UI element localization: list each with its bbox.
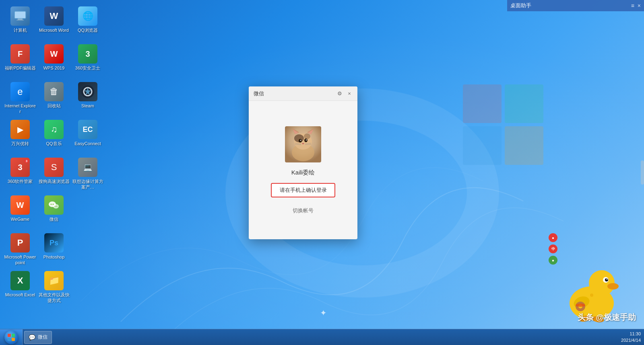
360soft-label: 360软件管家 (8, 179, 33, 184)
green-notification-dot: ● (549, 256, 557, 265)
svg-rect-1 (14, 11, 26, 18)
easyconnect-icon: EC (78, 120, 97, 139)
taskbar-wechat-label: 微信 (38, 334, 47, 341)
cursor-indicator: ✦ (320, 308, 327, 318)
desktop-icon-lianxiang[interactable]: 💻 联想边缘计算方案产… (72, 155, 104, 191)
fuxipdf-icon: F (10, 44, 30, 64)
avatar-image (285, 126, 321, 162)
desktop-icons: 计算机 W Microsoft Word 🌐 QQ浏览器 F 福昕PDF编辑器 … (4, 4, 104, 305)
taskbar: 💬 微信 11:30 2021/4/14 (0, 329, 644, 345)
desktop-icon-folder[interactable]: 📁 其他文件以及快捷方式 (38, 269, 70, 305)
desktop-icon-qqmusic[interactable]: ♫ QQ音乐 (38, 117, 70, 154)
switch-account-btn[interactable]: 切换帐号 (293, 207, 314, 214)
recycle-icon: 🗑 (44, 82, 64, 101)
scroll-indicator[interactable] (641, 160, 644, 185)
wanxin-label: 万兴优转 (11, 141, 29, 146)
wanxin-icon: ▶ (10, 120, 30, 139)
svg-point-19 (300, 140, 301, 141)
svg-point-32 (607, 283, 619, 290)
svg-rect-3 (17, 20, 24, 21)
user-avatar (285, 126, 321, 162)
desktop-icon-easyconnect[interactable]: EC EasyConnect (72, 117, 104, 154)
desktop-icon-qqbrowser[interactable]: 🌐 QQ浏览器 (72, 4, 104, 40)
topbar-menu-btn[interactable]: ≡ (631, 2, 634, 9)
wechat-desktop-icon (44, 195, 64, 215)
svg-point-20 (306, 139, 307, 140)
computer-label: 计算机 (14, 27, 27, 33)
start-button[interactable] (0, 329, 23, 345)
dialog-titlebar: 微信 ⚙ × (249, 86, 357, 101)
qqmusic-label: QQ音乐 (46, 141, 62, 146)
svg-point-42 (590, 294, 593, 297)
msexcel-label: Microsoft Excel (5, 292, 35, 298)
desktop-icon-360safe[interactable]: 3 360安全卫士 (72, 42, 104, 78)
taskbar-clock: 11:30 2021/4/14 (621, 331, 641, 343)
desktop-icon-recycle[interactable]: 🗑 回收站 (38, 80, 70, 116)
svg-point-7 (51, 204, 52, 205)
username-label: Kaili委绘 (291, 169, 315, 177)
msppt-icon: P (10, 233, 30, 253)
desktop-icon-fuxipdf[interactable]: F 福昕PDF编辑器 (4, 42, 36, 78)
red-label-badge: 中 (549, 244, 557, 253)
ie-icon: e (10, 82, 30, 101)
desktop-icon-msexcel[interactable]: X Microsoft Excel (4, 269, 36, 305)
word-label: Microsoft Word (39, 27, 69, 33)
dialog-title: 微信 (254, 90, 264, 97)
taskbar-time: 11:30 (621, 331, 641, 337)
souhu-label: 搜狗高速浏览器 (39, 179, 70, 184)
dialog-close-btn[interactable]: × (346, 90, 353, 97)
desktop-icon-souhu[interactable]: S 搜狗高速浏览器 (38, 155, 70, 191)
desktop-icon-msppt[interactable]: P Microsoft Powerpoint (4, 231, 36, 267)
notification-bubbles: ● 中 ● (549, 233, 557, 265)
desktop-icon-ie[interactable]: e Internet Explorer (4, 80, 36, 116)
wegame-icon: W (10, 195, 30, 215)
svg-point-8 (53, 204, 54, 205)
qqbrowser-icon: 🌐 (78, 6, 97, 26)
topbar-controls: ≡ × (631, 2, 641, 9)
dialog-body: Kaili委绘 请在手机上确认登录 切换帐号 (249, 101, 357, 239)
360safe-label: 360安全卫士 (75, 65, 100, 71)
dialog-controls: ⚙ × (336, 90, 353, 97)
wps-label: WPS 2019 (43, 65, 65, 71)
360safe-icon: 3 (78, 44, 97, 64)
desktop-icon-steam[interactable]: Steam (72, 80, 104, 116)
desktop-icon-word[interactable]: W Microsoft Word (38, 4, 70, 40)
windows-logo (8, 334, 15, 341)
qqbrowser-label: QQ浏览器 (78, 27, 98, 33)
recycle-label: 回收站 (47, 103, 61, 109)
lianxiang-label: 联想边缘计算方案产… (72, 179, 104, 190)
svg-point-9 (53, 204, 59, 209)
fuxipdf-label: 福昕PDF编辑器 (5, 65, 36, 71)
desktop-icon-ps[interactable]: Ps Photoshop (38, 231, 70, 267)
windows-flag-decoration (451, 72, 564, 201)
desktop-icon-wps[interactable]: W WPS 2019 (38, 42, 70, 78)
svg-rect-2 (18, 18, 23, 20)
dialog-settings-btn[interactable]: ⚙ (336, 90, 343, 97)
topbar-close-btn[interactable]: × (638, 2, 641, 9)
topbar-title: 桌面助手 (510, 2, 531, 9)
wegame-label: WeGame (11, 216, 29, 222)
start-orb (4, 331, 18, 344)
wps-icon: W (44, 44, 64, 64)
desktop-icon-wechat[interactable]: 微信 (38, 193, 70, 229)
desktop-icon-360soft[interactable]: 3 3 360软件管家 (4, 155, 36, 191)
svg-point-35 (607, 279, 608, 280)
desktop-icon-wegame[interactable]: W WeGame (4, 193, 36, 229)
wechat-dialog: 微信 ⚙ × (249, 86, 357, 239)
taskbar-items: 💬 微信 (23, 331, 618, 344)
folder-label: 其他文件以及快捷方式 (38, 292, 70, 304)
qqmusic-icon: ♫ (44, 120, 64, 139)
taskbar-wechat-item[interactable]: 💬 微信 (24, 331, 52, 344)
confirm-login-btn[interactable]: 请在手机上确认登录 (271, 183, 335, 197)
svg-point-31 (589, 270, 615, 296)
ps-icon: Ps (44, 233, 64, 253)
taskbar-wechat-icon: 💬 (29, 334, 35, 341)
lianxiang-icon: 💻 (78, 158, 97, 177)
desktop: 桌面助手 ≡ × 计算机 W Microsoft Word 🌐 QQ浏览器 (0, 0, 644, 345)
msexcel-icon: X (10, 271, 30, 290)
taskbar-date: 2021/4/14 (621, 337, 641, 343)
red-notification-dot: ● (549, 233, 557, 242)
svg-point-41 (576, 304, 585, 307)
desktop-icon-wanxin[interactable]: ▶ 万兴优转 (4, 117, 36, 154)
desktop-icon-computer[interactable]: 计算机 (4, 4, 36, 40)
